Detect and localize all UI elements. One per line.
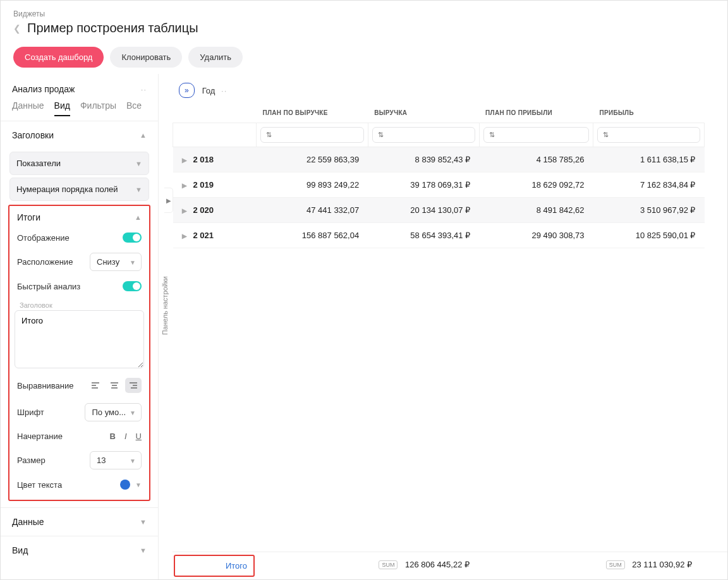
prop-textcolor-label: Цвет текста [17, 480, 62, 490]
clone-button[interactable]: Клонировать [110, 47, 182, 68]
footer-profit-total: 23 111 030,92 ₽ [632, 560, 692, 569]
heading-input[interactable] [15, 310, 144, 368]
sidebar-collapse-label: Панель настройки [161, 276, 169, 335]
breadcrumb[interactable]: Виджеты [13, 9, 715, 18]
chevron-down-icon: ▼ [130, 258, 136, 265]
page-title: Пример построения таблицы [27, 21, 198, 35]
table-row[interactable]: ▶2 01822 559 863,398 839 852,43 ₽4 158 7… [173, 147, 705, 172]
table-row[interactable]: ▶2 02047 441 332,0720 134 130,07 ₽8 491 … [173, 198, 705, 223]
chevron-up-icon: ▲ [140, 131, 147, 139]
position-select[interactable]: Снизу ▼ [90, 253, 142, 271]
prop-font-label: Шрифт [17, 408, 44, 417]
chevron-down-icon: ▼ [130, 457, 136, 464]
cell-plan-revenue: 99 893 249,22 [257, 172, 368, 198]
expand-row-icon[interactable]: ▶ [182, 207, 187, 214]
prop-size-label: Размер [17, 456, 46, 465]
table-row[interactable]: ▶2 021156 887 562,0458 654 393,41 ₽29 49… [173, 223, 705, 248]
delete-button[interactable]: Удалить [188, 47, 243, 68]
filter-plan-revenue[interactable]: ⇅ [260, 127, 364, 143]
filter-revenue[interactable]: ⇅ [372, 127, 475, 143]
underline-button[interactable]: U [136, 432, 142, 441]
section-totals[interactable]: Итоги [17, 212, 40, 222]
dimension-label[interactable]: Год [202, 86, 215, 95]
align-left-button[interactable] [87, 378, 104, 393]
collapse-sidebar-button[interactable]: ▶ [164, 188, 173, 213]
sidebar-title: Анализ продаж [12, 84, 75, 94]
text-color-swatch[interactable] [120, 480, 130, 490]
filter-plan-profit[interactable]: ⇅ [483, 127, 589, 143]
prop-position-label: Расположение [17, 257, 73, 267]
align-right-button[interactable] [125, 378, 142, 393]
back-icon[interactable]: ❮ [13, 23, 21, 33]
filter-profit[interactable]: ⇅ [597, 127, 700, 143]
font-select[interactable]: По умо... ▼ [85, 403, 142, 421]
display-toggle[interactable] [123, 233, 142, 243]
prop-display-label: Отображение [17, 233, 70, 243]
cell-plan-revenue: 22 559 863,39 [257, 147, 368, 172]
section-headers[interactable]: Заголовки ▲ [1, 121, 158, 149]
cell-plan-profit: 18 629 092,72 [479, 172, 593, 198]
expand-row-icon[interactable]: ▶ [182, 157, 187, 164]
prop-face-label: Начертание [17, 432, 63, 441]
sum-badge-icon: SUM [606, 560, 625, 569]
col-plan-revenue[interactable]: ПЛАН ПО ВЫРУЧКЕ [257, 104, 368, 123]
section-view2[interactable]: Вид ▼ [1, 536, 158, 564]
chevron-down-icon[interactable]: ▼ [135, 481, 142, 488]
cell-revenue: 8 839 852,43 ₽ [368, 147, 479, 172]
expand-row-icon[interactable]: ▶ [182, 233, 187, 239]
create-dashboard-button[interactable]: Создать дашборд [13, 47, 104, 68]
heading-label: Заголовок [15, 299, 144, 310]
cell-plan-revenue: 47 441 332,07 [257, 198, 368, 223]
chevron-up-icon[interactable]: ▲ [135, 214, 142, 221]
prop-align-label: Выравнивание [17, 381, 73, 390]
cell-profit: 7 162 834,84 ₽ [593, 172, 705, 198]
cell-profit: 10 825 590,01 ₽ [593, 223, 705, 248]
cell-plan-profit: 4 158 785,26 [479, 147, 593, 172]
sum-badge-icon: SUM [379, 560, 397, 569]
totals-label: Итого [174, 555, 255, 577]
section-measures[interactable]: Показатели ▼ [9, 152, 149, 175]
tab-filters[interactable]: Фильтры [80, 100, 116, 116]
col-plan-profit[interactable]: ПЛАН ПО ПРИБЫЛИ [479, 104, 593, 123]
cell-profit: 1 611 638,15 ₽ [593, 147, 705, 172]
size-select[interactable]: 13 ▼ [90, 451, 142, 469]
expand-row-icon[interactable]: ▶ [182, 182, 187, 189]
cell-plan-profit: 29 490 308,73 [479, 223, 593, 248]
col-profit[interactable]: ПРИБЫЛЬ [593, 104, 705, 123]
col-revenue[interactable]: ВЫРУЧКА [368, 104, 479, 123]
cell-plan-revenue: 156 887 562,04 [257, 223, 368, 248]
bold-button[interactable]: B [110, 432, 116, 441]
cell-revenue: 58 654 393,41 ₽ [368, 223, 479, 248]
table-row[interactable]: ▶2 01999 893 249,2239 178 069,31 ₽18 629… [173, 172, 705, 198]
totals-footer: Итого SUM 126 806 445,22 ₽ SUM 23 111 03… [173, 552, 727, 579]
data-table: ПЛАН ПО ВЫРУЧКЕ ВЫРУЧКА ПЛАН ПО ПРИБЫЛИ … [173, 104, 705, 248]
align-center-button[interactable] [106, 378, 123, 393]
chevron-down-icon: ▼ [130, 409, 136, 416]
chevron-down-icon: ▼ [140, 547, 147, 554]
tab-view[interactable]: Вид [54, 100, 70, 116]
tab-all[interactable]: Все [126, 100, 142, 116]
chevron-down-icon: ▼ [135, 160, 142, 167]
dimension-menu-icon[interactable]: ·· [221, 86, 227, 95]
cell-revenue: 20 134 130,07 ₽ [368, 198, 479, 223]
section-data[interactable]: Данные ▼ [1, 507, 158, 536]
footer-revenue-total: 126 806 445,22 ₽ [405, 560, 470, 569]
quick-toggle[interactable] [123, 281, 142, 291]
expand-all-button[interactable]: » [179, 83, 195, 98]
chevron-down-icon: ▼ [140, 518, 147, 526]
section-numbering[interactable]: Нумерация порядка полей ▼ [9, 178, 149, 201]
cell-profit: 3 510 967,92 ₽ [593, 198, 705, 223]
tab-data[interactable]: Данные [12, 100, 44, 116]
cell-plan-profit: 8 491 842,62 [479, 198, 593, 223]
italic-button[interactable]: I [124, 432, 127, 441]
prop-quick-label: Быстрый анализ [17, 282, 80, 291]
cell-revenue: 39 178 069,31 ₽ [368, 172, 479, 198]
totals-panel: Итоги ▲ Отображение Расположение Снизу ▼ [8, 205, 150, 501]
chevron-down-icon: ▼ [135, 186, 142, 193]
sidebar-menu-icon[interactable]: ·· [141, 85, 147, 94]
